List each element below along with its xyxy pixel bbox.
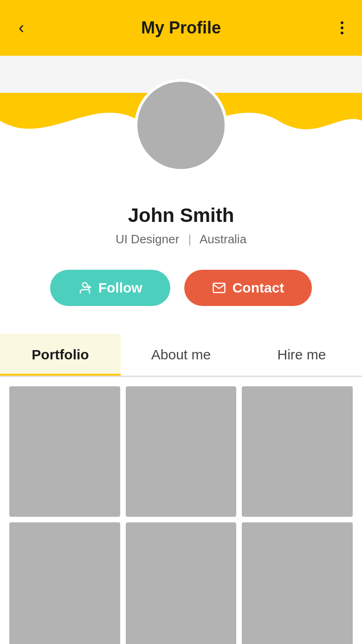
portfolio-item[interactable]: [9, 522, 120, 644]
avatar: [135, 79, 227, 172]
portfolio-item[interactable]: [242, 522, 353, 644]
dot-icon: [341, 32, 343, 34]
portfolio-item[interactable]: [126, 386, 237, 517]
more-options-button[interactable]: [341, 21, 343, 34]
page-title: My Profile: [19, 18, 343, 38]
back-button[interactable]: ‹: [19, 20, 24, 36]
tab-portfolio[interactable]: Portfolio: [0, 334, 121, 376]
profile-info-section: John Smith UI Designer | Australia Follo…: [0, 149, 362, 334]
tab-hire-me[interactable]: Hire me: [241, 334, 362, 376]
user-role: UI Designer: [116, 232, 179, 246]
user-location: Australia: [200, 232, 246, 246]
svg-point-0: [83, 283, 87, 287]
portfolio-grid: [0, 377, 362, 644]
user-subtitle: UI Designer | Australia: [0, 232, 362, 247]
header: ‹ My Profile: [0, 0, 362, 56]
portfolio-item[interactable]: [9, 386, 120, 517]
contact-button[interactable]: Contact: [184, 270, 312, 306]
follow-label: Follow: [98, 280, 142, 296]
action-buttons: Follow Contact: [0, 270, 362, 306]
follow-button[interactable]: Follow: [50, 270, 170, 306]
person-icon: [78, 281, 92, 295]
tabs-bar: Portfolio About me Hire me: [0, 334, 362, 377]
separator: |: [188, 232, 191, 246]
dot-icon: [341, 21, 343, 24]
envelope-icon: [212, 281, 226, 295]
user-name: John Smith: [0, 204, 362, 227]
tab-about-me[interactable]: About me: [121, 334, 241, 376]
profile-hero: [0, 93, 362, 149]
portfolio-item[interactable]: [126, 522, 237, 644]
portfolio-item[interactable]: [242, 386, 353, 517]
dot-icon: [341, 26, 343, 29]
contact-label: Contact: [233, 280, 284, 296]
